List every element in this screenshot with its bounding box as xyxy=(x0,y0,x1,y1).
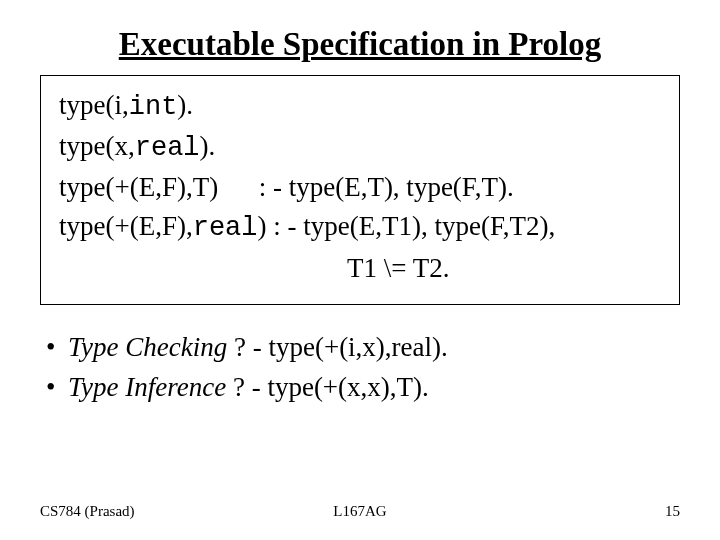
slide-title: Executable Specification in Prolog xyxy=(40,26,680,63)
bullet-item-type-inference: • Type Inference ? - type(+(x,x),T). xyxy=(46,367,680,408)
bullet-code: ? - type(+(i,x),real). xyxy=(227,332,448,362)
bullet-label: Type Inference xyxy=(68,372,226,402)
keyword-real: real xyxy=(193,213,258,243)
code-line-1: type(i,int). xyxy=(59,86,661,127)
text: type(i, xyxy=(59,90,129,120)
bullet-code: ? - type(+(x,x),T). xyxy=(226,372,429,402)
code-line-3: type(+(E,F),T) : - type(E,T), type(F,T). xyxy=(59,168,661,207)
footer-center: L167AG xyxy=(40,503,680,520)
text: type(x, xyxy=(59,131,135,161)
code-line-2: type(x,real). xyxy=(59,127,661,168)
text: ). xyxy=(200,131,216,161)
text: ) : - type(E,T1), type(F,T2), xyxy=(258,211,556,241)
text: ). xyxy=(177,90,193,120)
bullet-text: Type Inference ? - type(+(x,x),T). xyxy=(68,367,429,408)
code-line-5: T1 \= T2. xyxy=(59,249,661,288)
bullet-text: Type Checking ? - type(+(i,x),real). xyxy=(68,327,448,368)
bullet-label: Type Checking xyxy=(68,332,227,362)
keyword-real: real xyxy=(135,133,200,163)
prolog-code-block: type(i,int). type(x,real). type(+(E,F),T… xyxy=(40,75,680,305)
bullet-dot-icon: • xyxy=(46,327,68,368)
bullet-dot-icon: • xyxy=(46,367,68,408)
code-line-4: type(+(E,F),real) : - type(E,T1), type(F… xyxy=(59,207,661,248)
keyword-int: int xyxy=(129,92,178,122)
slide-footer: CS784 (Prasad) L167AG 15 xyxy=(40,503,680,520)
bullet-list: • Type Checking ? - type(+(i,x),real). •… xyxy=(40,327,680,408)
slide: Executable Specification in Prolog type(… xyxy=(0,0,720,540)
text: type(+(E,F), xyxy=(59,211,193,241)
bullet-item-type-checking: • Type Checking ? - type(+(i,x),real). xyxy=(46,327,680,368)
